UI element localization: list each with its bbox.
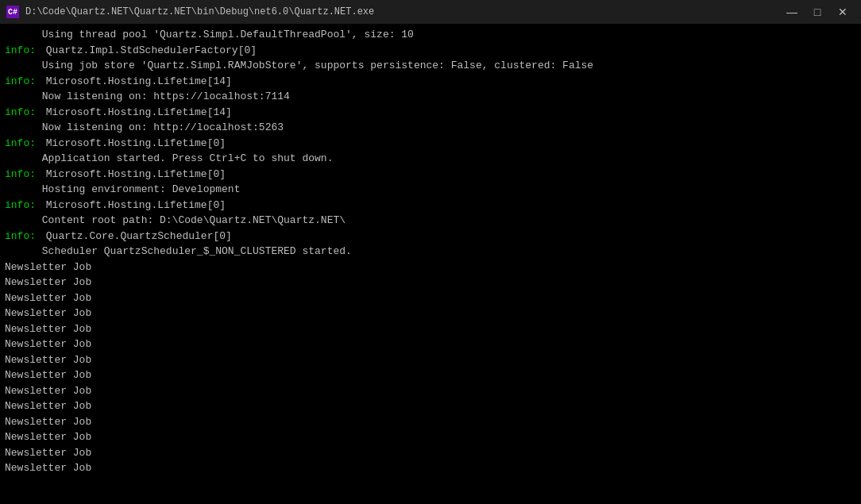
console-line: Hosting environment: Development	[5, 182, 856, 198]
minimize-button[interactable]: —	[780, 4, 804, 20]
console-line: Newsletter Job	[5, 337, 856, 352]
plain-text: Using thread pool 'Quartz.Simpl.DefaultT…	[5, 27, 414, 43]
newsletter-text: Newsletter Job	[5, 460, 91, 476]
window-title: D:\Code\Quartz.NET\Quartz.NET\bin\Debug\…	[25, 6, 374, 17]
title-bar: C# D:\Code\Quartz.NET\Quartz.NET\bin\Deb…	[0, 0, 861, 24]
console-line: info: Microsoft.Hosting.Lifetime[0]	[5, 136, 856, 152]
newsletter-text: Newsletter Job	[5, 352, 91, 368]
plain-text: Scheduler QuartzScheduler_$_NON_CLUSTERE…	[5, 244, 352, 260]
console-line: Application started. Press Ctrl+C to shu…	[5, 151, 856, 167]
console-line: Scheduler QuartzScheduler_$_NON_CLUSTERE…	[5, 244, 856, 260]
info-label: info:	[5, 43, 40, 59]
console-line: info: Microsoft.Hosting.Lifetime[14]	[5, 105, 856, 121]
plain-text: Hosting environment: Development	[5, 182, 240, 198]
console-line: Newsletter Job	[5, 429, 856, 445]
app-icon: C#	[6, 6, 19, 18]
info-text: Microsoft.Hosting.Lifetime[0]	[40, 136, 226, 152]
console-line: Newsletter Job	[5, 398, 856, 414]
newsletter-text: Newsletter Job	[5, 383, 91, 399]
restore-button[interactable]: □	[805, 4, 829, 20]
console-line: Using job store 'Quartz.Simpl.RAMJobStor…	[5, 58, 856, 74]
console-line: Newsletter Job	[5, 367, 856, 383]
console-line: Using thread pool 'Quartz.Simpl.DefaultT…	[5, 27, 856, 43]
console-line: Newsletter Job	[5, 460, 856, 476]
console-line: Now listening on: http://localhost:5263	[5, 120, 856, 136]
newsletter-text: Newsletter Job	[5, 290, 91, 306]
info-text: Quartz.Impl.StdSchedulerFactory[0]	[40, 43, 257, 59]
info-text: Microsoft.Hosting.Lifetime[0]	[40, 167, 226, 183]
plain-text: Using job store 'Quartz.Simpl.RAMJobStor…	[5, 58, 593, 74]
newsletter-text: Newsletter Job	[5, 414, 91, 430]
info-label: info:	[5, 229, 40, 244]
console-line: Newsletter Job	[5, 352, 856, 368]
newsletter-text: Newsletter Job	[5, 275, 91, 290]
info-label: info:	[5, 136, 40, 152]
info-label: info:	[5, 74, 40, 90]
info-text: Quartz.Core.QuartzScheduler[0]	[40, 229, 232, 244]
console-line: Newsletter Job	[5, 321, 856, 337]
console-line: Newsletter Job	[5, 260, 856, 275]
newsletter-text: Newsletter Job	[5, 398, 91, 414]
console-line: Newsletter Job	[5, 306, 856, 321]
console-line: info: Quartz.Impl.StdSchedulerFactory[0]	[5, 43, 856, 59]
info-text: Microsoft.Hosting.Lifetime[14]	[40, 105, 232, 121]
console-line: Content root path: D:\Code\Quartz.NET\Qu…	[5, 213, 856, 229]
console-output: Using thread pool 'Quartz.Simpl.DefaultT…	[0, 24, 861, 504]
newsletter-text: Newsletter Job	[5, 445, 91, 461]
console-line: Newsletter Job	[5, 445, 856, 461]
console-line: Newsletter Job	[5, 414, 856, 430]
newsletter-text: Newsletter Job	[5, 337, 91, 352]
info-label: info:	[5, 105, 40, 121]
console-line: info: Microsoft.Hosting.Lifetime[0]	[5, 167, 856, 183]
title-bar-left: C# D:\Code\Quartz.NET\Quartz.NET\bin\Deb…	[6, 6, 374, 18]
newsletter-text: Newsletter Job	[5, 367, 91, 383]
newsletter-text: Newsletter Job	[5, 429, 91, 445]
plain-text: Now listening on: https://localhost:7114	[5, 89, 290, 105]
info-text: Microsoft.Hosting.Lifetime[14]	[40, 74, 232, 90]
console-line: info: Microsoft.Hosting.Lifetime[14]	[5, 74, 856, 90]
console-line: Newsletter Job	[5, 383, 856, 399]
newsletter-text: Newsletter Job	[5, 306, 91, 321]
newsletter-text: Newsletter Job	[5, 260, 91, 275]
plain-text: Content root path: D:\Code\Quartz.NET\Qu…	[5, 213, 346, 229]
console-line: Newsletter Job	[5, 290, 856, 306]
plain-text: Application started. Press Ctrl+C to shu…	[5, 151, 333, 167]
console-line: Newsletter Job	[5, 275, 856, 290]
console-line: info: Microsoft.Hosting.Lifetime[0]	[5, 198, 856, 214]
plain-text: Now listening on: http://localhost:5263	[5, 120, 284, 136]
close-button[interactable]: ✕	[831, 4, 855, 20]
info-label: info:	[5, 198, 40, 214]
window-controls: — □ ✕	[780, 4, 855, 20]
info-text: Microsoft.Hosting.Lifetime[0]	[40, 198, 226, 214]
console-line: Now listening on: https://localhost:7114	[5, 89, 856, 105]
console-line: info: Quartz.Core.QuartzScheduler[0]	[5, 229, 856, 244]
info-label: info:	[5, 167, 40, 183]
newsletter-text: Newsletter Job	[5, 321, 91, 337]
